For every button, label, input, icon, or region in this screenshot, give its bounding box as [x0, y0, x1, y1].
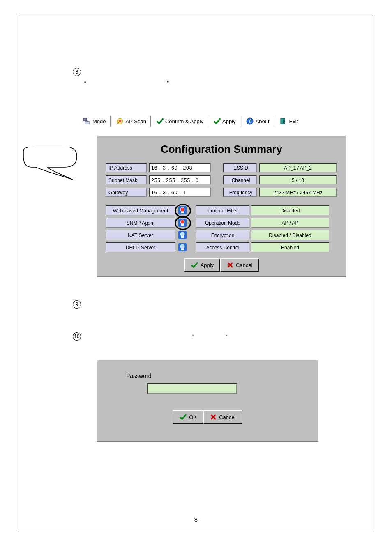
svg-rect-12 — [181, 224, 184, 226]
password-input[interactable] — [147, 383, 237, 394]
status-value: Enabled — [251, 242, 329, 252]
label-gateway: Gateway — [106, 188, 147, 197]
check-icon — [156, 117, 164, 125]
status-label-2: Protocol Filter — [196, 205, 249, 215]
svg-point-17 — [180, 244, 184, 249]
svg-rect-15 — [181, 236, 184, 238]
quote-left-8: “ — [84, 80, 86, 86]
status-label: NAT Server — [106, 230, 175, 240]
toolbar-exit-label: Exit — [289, 118, 298, 124]
info-icon: i — [246, 117, 254, 125]
toolbar-about-label: About — [256, 118, 270, 124]
password-dialog: Password OK Cancel — [97, 359, 318, 442]
value-gateway: 16 . 3 . 60 . 1 — [149, 188, 211, 197]
svg-point-11 — [180, 220, 184, 224]
status-label-2: Operation Mode — [196, 218, 249, 228]
config-summary-panel: Configuration Summary IP Address 16 . 3 … — [97, 135, 346, 277]
status-value: AP / AP — [251, 218, 329, 228]
apply-button-label: Apply — [201, 262, 214, 268]
status-value: Disabled / Disabled — [251, 230, 329, 240]
page-number: 8 — [19, 516, 373, 523]
label-channel: Channel — [223, 175, 257, 184]
svg-rect-0 — [83, 118, 87, 121]
cancel-button-label: Cancel — [236, 262, 252, 268]
quote-left-10: “ — [192, 334, 194, 340]
config-title: Configuration Summary — [102, 143, 341, 156]
x-icon — [227, 262, 233, 268]
label-essid: ESSID — [223, 163, 257, 172]
apply-button[interactable]: Apply — [184, 258, 221, 272]
ap-scan-icon — [116, 117, 124, 125]
value-frequency: 2432 MHz / 2457 MHz — [259, 188, 337, 197]
mode-icon — [83, 117, 91, 125]
status-label-2: Encryption — [196, 230, 249, 240]
step-8-number: 8 — [73, 68, 81, 76]
step-9-number: 9 — [73, 300, 81, 309]
toolbar-confirm-apply-label: Confirm & Apply — [165, 118, 203, 124]
check-icon — [179, 413, 187, 421]
toolbar-exit[interactable]: Exit — [277, 116, 301, 126]
quote-right-10: ” — [226, 334, 227, 340]
value-channel: 5 / 10 — [259, 175, 337, 184]
bulb-off-icon[interactable] — [177, 230, 188, 240]
x-icon — [210, 414, 217, 420]
toolbar-apply[interactable]: Apply — [211, 117, 238, 126]
svg-rect-9 — [181, 212, 184, 213]
pwd-cancel-button[interactable]: Cancel — [203, 410, 242, 424]
ok-button-label: OK — [189, 414, 197, 420]
status-row: NAT ServerEncryptionDisabled / Disabled — [106, 230, 341, 240]
status-row: Web-based ManagementProtocol FilterDisab… — [106, 205, 341, 216]
exit-icon — [279, 117, 288, 125]
svg-point-8 — [180, 207, 184, 212]
svg-rect-1 — [85, 121, 89, 124]
pwd-cancel-button-label: Cancel — [219, 414, 235, 420]
toolbar-apply-label: Apply — [222, 118, 236, 124]
status-row: SNMP AgentOperation ModeAP / AP — [106, 217, 341, 228]
status-label: DHCP Server — [106, 242, 175, 252]
label-frequency: Frequency — [223, 188, 257, 197]
value-essid: AP_1 / AP_2 — [259, 163, 337, 172]
toolbar-about[interactable]: i About — [243, 116, 272, 126]
quote-right-8: ” — [167, 80, 169, 86]
value-ip-address: 16 . 3 . 60 . 208 — [149, 163, 211, 172]
toolbar-ap-scan[interactable]: AP Scan — [113, 116, 149, 126]
bulb-on-icon[interactable] — [177, 217, 188, 228]
speech-callout — [19, 147, 81, 180]
label-ip-address: IP Address — [106, 163, 147, 172]
check-icon — [213, 117, 221, 125]
bulb-off-icon[interactable] — [177, 242, 188, 253]
ok-button[interactable]: OK — [173, 410, 203, 424]
toolbar-ap-scan-label: AP Scan — [126, 118, 146, 124]
status-value: Disabled — [251, 205, 329, 215]
toolbar-mode-label: Mode — [92, 118, 106, 124]
step-10-number: 10 — [73, 332, 81, 341]
check-icon — [191, 261, 198, 269]
password-label: Password — [126, 373, 309, 379]
svg-point-14 — [180, 232, 184, 236]
status-label: SNMP Agent — [106, 218, 175, 228]
toolbar-confirm-apply[interactable]: Confirm & Apply — [154, 117, 206, 126]
status-row: DHCP ServerAccess ControlEnabled — [106, 242, 341, 253]
status-label: Web-based Management — [106, 205, 175, 215]
value-subnet-mask: 255 . 255 . 255 . 0 — [149, 175, 211, 184]
status-label-2: Access Control — [196, 242, 249, 252]
toolbar-mode[interactable]: Mode — [80, 116, 108, 126]
cancel-button[interactable]: Cancel — [220, 258, 259, 272]
svg-rect-18 — [181, 249, 184, 250]
bulb-on-icon[interactable] — [177, 205, 188, 216]
label-subnet-mask: Subnet Mask — [106, 175, 147, 184]
toolbar: Mode AP Scan Confirm & Apply Apply — [80, 115, 364, 127]
